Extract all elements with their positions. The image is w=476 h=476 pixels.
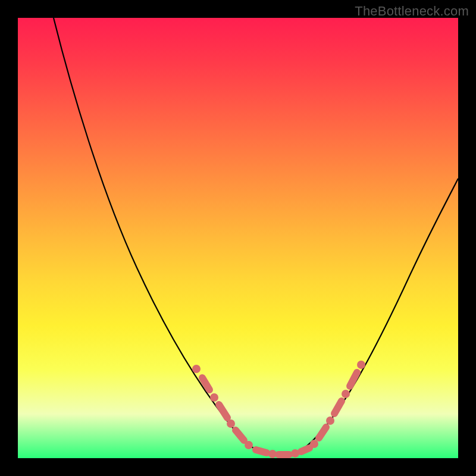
svg-point-2 <box>210 393 218 402</box>
svg-line-15 <box>334 401 342 414</box>
svg-line-3 <box>219 405 227 418</box>
chart-frame <box>18 18 458 458</box>
svg-line-11 <box>301 448 309 452</box>
svg-point-16 <box>342 390 350 398</box>
watermark-text: TheBottleneck.com <box>355 4 469 19</box>
svg-line-7 <box>256 450 267 453</box>
right-marker-cluster <box>310 361 365 448</box>
svg-line-5 <box>236 430 244 440</box>
bottleneck-plot <box>18 18 458 458</box>
svg-line-17 <box>350 372 357 386</box>
bottleneck-curve <box>54 18 458 456</box>
left-marker-cluster <box>192 365 253 449</box>
svg-point-4 <box>227 419 235 428</box>
svg-point-18 <box>357 361 365 369</box>
bottom-marker-cluster <box>256 448 309 458</box>
svg-line-13 <box>319 427 326 438</box>
svg-point-14 <box>326 416 334 425</box>
svg-point-6 <box>245 441 253 449</box>
svg-point-0 <box>192 365 201 373</box>
